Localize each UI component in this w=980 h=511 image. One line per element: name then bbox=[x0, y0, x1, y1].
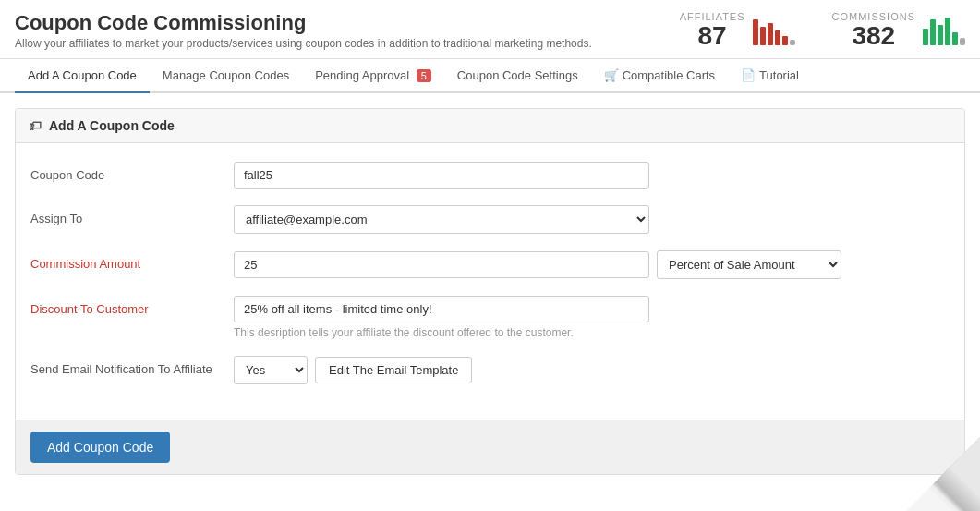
coupon-code-wrap bbox=[234, 162, 950, 189]
bar bbox=[938, 25, 943, 45]
discount-hint: This desription tells your affiliate the… bbox=[234, 326, 950, 339]
email-notification-row: Send Email Notification To Affiliate Yes… bbox=[30, 356, 950, 384]
email-notification-wrap: Yes No Edit The Email Template bbox=[234, 356, 950, 384]
commissions-chart bbox=[923, 16, 965, 45]
bar bbox=[945, 18, 950, 45]
bar bbox=[952, 32, 958, 45]
header-left: Coupon Code Commissioning Allow your aff… bbox=[15, 11, 592, 50]
edit-email-button[interactable]: Edit The Email Template bbox=[315, 357, 472, 383]
affiliates-value: 87 bbox=[680, 22, 745, 51]
bar bbox=[775, 30, 780, 45]
discount-label: Discount To Customer bbox=[30, 296, 234, 316]
tab-coupon-settings[interactable]: Coupon Code Settings bbox=[444, 59, 591, 93]
doc-icon: 📄 bbox=[741, 68, 756, 82]
tab-bar: Add A Coupon Code Manage Coupon Codes Pe… bbox=[0, 59, 980, 93]
page-title: Coupon Code Commissioning bbox=[15, 11, 592, 35]
bar bbox=[782, 36, 788, 45]
bar bbox=[768, 23, 773, 45]
tab-pending-approval[interactable]: Pending Approval 5 bbox=[302, 59, 444, 93]
discount-row: Discount To Customer This desription tel… bbox=[30, 296, 950, 339]
commissions-stat: COMMISSIONS 382 bbox=[832, 11, 965, 51]
page-subtitle: Allow your affiliates to market your pro… bbox=[15, 37, 592, 50]
assign-to-wrap: affiliate@example.com bbox=[234, 205, 950, 234]
bar bbox=[753, 19, 758, 45]
add-coupon-panel: 🏷 Add A Coupon Code Coupon Code Assign T… bbox=[15, 108, 965, 475]
tab-tutorial[interactable]: 📄Tutorial bbox=[728, 59, 812, 93]
assign-to-row: Assign To affiliate@example.com bbox=[30, 205, 950, 234]
email-notification-label: Send Email Notification To Affiliate bbox=[30, 356, 234, 376]
header-stats: AFFILIATES 87 COMMISSIONS 382 bbox=[680, 11, 965, 51]
bar bbox=[760, 27, 766, 45]
affiliates-chart bbox=[753, 16, 795, 45]
bar bbox=[930, 19, 936, 45]
panel-title: Add A Coupon Code bbox=[49, 118, 175, 133]
commission-amount-row: Commission Amount Percent of Sale Amount… bbox=[30, 250, 950, 279]
panel-footer: Add Coupon Code bbox=[16, 420, 964, 474]
tag-icon: 🏷 bbox=[29, 118, 42, 133]
header: Coupon Code Commissioning Allow your aff… bbox=[0, 0, 980, 59]
tab-add-coupon[interactable]: Add A Coupon Code bbox=[15, 59, 150, 93]
cart-icon: 🛒 bbox=[604, 68, 619, 82]
pending-badge: 5 bbox=[417, 69, 431, 82]
email-yes-select[interactable]: Yes No bbox=[234, 356, 308, 384]
discount-wrap: This desription tells your affiliate the… bbox=[234, 296, 950, 339]
coupon-code-row: Coupon Code bbox=[30, 162, 950, 189]
panel-body: Coupon Code Assign To affiliate@example.… bbox=[16, 143, 964, 420]
commission-amount-label: Commission Amount bbox=[30, 250, 234, 271]
bar bbox=[923, 29, 928, 45]
commissions-value: 382 bbox=[832, 22, 915, 51]
tab-manage-coupons[interactable]: Manage Coupon Codes bbox=[150, 59, 302, 93]
coupon-code-label: Coupon Code bbox=[30, 162, 234, 182]
bar bbox=[960, 38, 965, 45]
add-coupon-button[interactable]: Add Coupon Code bbox=[30, 432, 170, 463]
tab-compatible-carts[interactable]: 🛒Compatible Carts bbox=[591, 59, 728, 93]
commission-amount-wrap: Percent of Sale Amount Flat Amount bbox=[234, 250, 950, 279]
assign-to-label: Assign To bbox=[30, 205, 234, 225]
bar bbox=[790, 40, 795, 45]
affiliates-stat: AFFILIATES 87 bbox=[680, 11, 795, 51]
commission-amount-input[interactable] bbox=[234, 251, 649, 278]
panel-header: 🏷 Add A Coupon Code bbox=[16, 109, 964, 143]
commission-type-select[interactable]: Percent of Sale Amount Flat Amount bbox=[657, 250, 841, 279]
discount-input[interactable] bbox=[234, 296, 649, 322]
assign-to-select[interactable]: affiliate@example.com bbox=[234, 205, 649, 234]
coupon-code-input[interactable] bbox=[234, 162, 649, 189]
main-content: 🏷 Add A Coupon Code Coupon Code Assign T… bbox=[0, 93, 980, 490]
